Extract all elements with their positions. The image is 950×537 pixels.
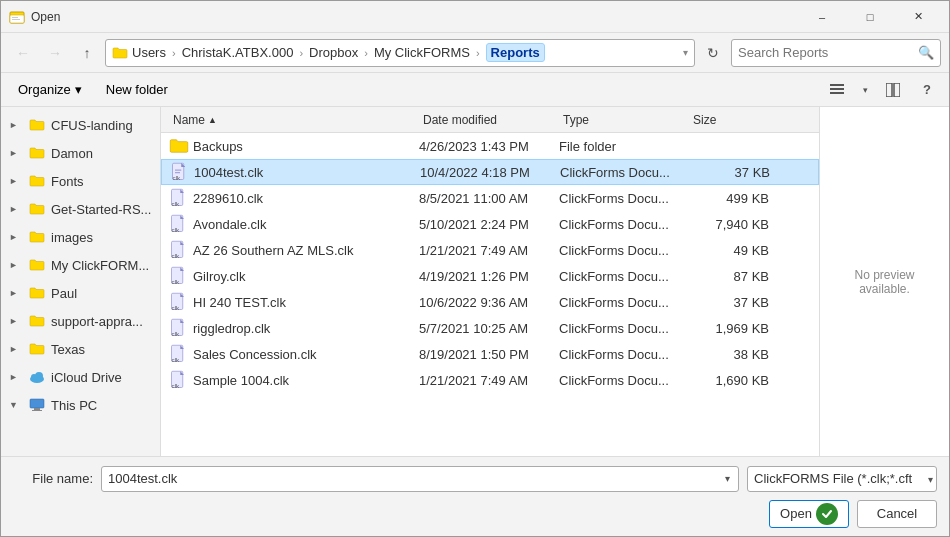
back-button[interactable]: ←	[9, 39, 37, 67]
svg-rect-4	[830, 84, 844, 86]
sidebar-item-texas[interactable]: ► Texas	[1, 335, 160, 363]
titlebar-title: Open	[31, 10, 799, 24]
organize-button[interactable]: Organize ▾	[9, 77, 91, 103]
svg-rect-2	[12, 17, 18, 18]
sidebar-item-damon[interactable]: ► Damon	[1, 139, 160, 167]
icloud-icon	[29, 369, 45, 385]
refresh-button[interactable]: ↻	[699, 39, 727, 67]
file-type: ClickForms Docu...	[559, 347, 689, 362]
clk-file-icon: clk	[170, 162, 190, 182]
sidebar-item-support-appra[interactable]: ► support-appra...	[1, 307, 160, 335]
column-header-name[interactable]: Name ▲	[169, 113, 419, 127]
sidebar-item-icloud-drive[interactable]: ► iCloud Drive	[1, 363, 160, 391]
file-date: 4/19/2021 1:26 PM	[419, 269, 559, 284]
breadcrumb-my-clickforms[interactable]: My ClickFORMS	[374, 45, 470, 60]
view-button[interactable]	[823, 77, 851, 103]
list-item[interactable]: clk 2289610.clk 8/5/2021 11:00 AM ClickF…	[161, 185, 819, 211]
folder-icon	[29, 285, 45, 301]
folder-icon	[112, 45, 128, 61]
open-button-label: Open	[780, 506, 812, 521]
list-item[interactable]: clk Sales Concession.clk 8/19/2021 1:50 …	[161, 341, 819, 367]
column-size-label: Size	[693, 113, 716, 127]
address-dropdown-icon[interactable]: ▾	[683, 47, 688, 58]
clk-file-icon: clk	[169, 292, 189, 312]
file-date: 5/7/2021 10:25 AM	[419, 321, 559, 336]
organize-toolbar: Organize ▾ New folder ▾ ?	[1, 73, 949, 107]
expand-icon: ►	[9, 372, 23, 382]
filetype-select[interactable]: ClickFORMS File (*.clk;*.cft;*.ba	[747, 466, 937, 492]
cancel-button[interactable]: Cancel	[857, 500, 937, 528]
file-type: ClickForms Docu...	[559, 269, 689, 284]
sidebar-item-get-started[interactable]: ► Get-Started-RS...	[1, 195, 160, 223]
sidebar-item-paul[interactable]: ► Paul	[1, 279, 160, 307]
expand-icon: ►	[9, 316, 23, 326]
sidebar-item-fonts[interactable]: ► Fonts	[1, 167, 160, 195]
buttons-row: Open Cancel	[13, 500, 937, 528]
filename-input[interactable]	[101, 466, 739, 492]
svg-rect-14	[32, 410, 42, 411]
folder-item-icon	[169, 136, 189, 156]
minimize-button[interactable]: –	[799, 1, 845, 33]
svg-rect-17	[175, 170, 181, 171]
preview-text: No preview available.	[830, 268, 939, 296]
search-input[interactable]	[738, 45, 914, 60]
column-header-size[interactable]: Size	[689, 113, 769, 127]
clk-file-icon: clk	[169, 240, 189, 260]
svg-text:clk: clk	[173, 174, 182, 181]
content-area: ► CFUS-landing ► Damon ► Fonts	[1, 107, 949, 456]
expand-icon: ►	[9, 148, 23, 158]
file-type: ClickForms Docu...	[559, 321, 689, 336]
list-item[interactable]: clk Avondale.clk 5/10/2021 2:24 PM Click…	[161, 211, 819, 237]
sidebar-item-my-clickforms[interactable]: ► My ClickFORM...	[1, 251, 160, 279]
breadcrumb-dropbox[interactable]: Dropbox	[309, 45, 358, 60]
sidebar-label: iCloud Drive	[51, 370, 122, 385]
column-header-date[interactable]: Date modified	[419, 113, 559, 127]
new-folder-label: New folder	[106, 82, 168, 97]
sidebar: ► CFUS-landing ► Damon ► Fonts	[1, 107, 161, 456]
list-item[interactable]: clk AZ 26 Southern AZ MLS.clk 1/21/2021 …	[161, 237, 819, 263]
svg-text:clk: clk	[172, 330, 181, 337]
new-folder-button[interactable]: New folder	[97, 77, 177, 103]
folder-icon	[29, 341, 45, 357]
breadcrumb-reports[interactable]: Reports	[486, 43, 545, 62]
sidebar-item-cfus-landing[interactable]: ► CFUS-landing	[1, 111, 160, 139]
svg-point-11	[35, 372, 43, 380]
list-item[interactable]: clk Gilroy.clk 4/19/2021 1:26 PM ClickFo…	[161, 263, 819, 289]
pc-icon	[29, 397, 45, 413]
breadcrumb-christa[interactable]: ChristaK.ATBX.000	[182, 45, 294, 60]
column-header-type[interactable]: Type	[559, 113, 689, 127]
folder-icon	[29, 201, 45, 217]
open-button[interactable]: Open	[769, 500, 849, 528]
file-date: 8/19/2021 1:50 PM	[419, 347, 559, 362]
breadcrumb-users[interactable]: Users	[132, 45, 166, 60]
list-item[interactable]: clk 1004test.clk 10/4/2022 4:18 PM Click…	[161, 159, 819, 185]
file-list-header: Name ▲ Date modified Type Size	[161, 107, 819, 133]
pane-button[interactable]	[879, 77, 907, 103]
expand-icon: ▼	[9, 400, 23, 410]
help-button[interactable]: ?	[913, 77, 941, 103]
close-button[interactable]: ✕	[895, 1, 941, 33]
file-date: 5/10/2021 2:24 PM	[419, 217, 559, 232]
address-bar[interactable]: Users › ChristaK.ATBX.000 › Dropbox › My…	[105, 39, 695, 67]
file-type: ClickForms Docu...	[559, 217, 689, 232]
list-item[interactable]: clk HI 240 TEST.clk 10/6/2022 9:36 AM Cl…	[161, 289, 819, 315]
svg-rect-5	[830, 88, 844, 90]
forward-button[interactable]: →	[41, 39, 69, 67]
sidebar-item-images[interactable]: ► images	[1, 223, 160, 251]
sidebar-item-this-pc[interactable]: ▼ This PC	[1, 391, 160, 419]
sidebar-label: My ClickFORM...	[51, 258, 149, 273]
list-item[interactable]: Backups 4/26/2023 1:43 PM File folder	[161, 133, 819, 159]
list-item[interactable]: clk Sample 1004.clk 1/21/2021 7:49 AM Cl…	[161, 367, 819, 393]
search-icon: 🔍	[918, 45, 934, 60]
sidebar-label: This PC	[51, 398, 97, 413]
column-name-label: Name	[173, 113, 205, 127]
list-item[interactable]: clk riggledrop.clk 5/7/2021 10:25 AM Cli…	[161, 315, 819, 341]
up-button[interactable]: ↑	[73, 39, 101, 67]
search-box[interactable]: 🔍	[731, 39, 941, 67]
view-chevron-icon[interactable]: ▾	[857, 77, 873, 103]
maximize-button[interactable]: □	[847, 1, 893, 33]
filename-row: File name: ▾ ClickFORMS File (*.clk;*.cf…	[13, 466, 937, 492]
filetype-wrapper: ClickFORMS File (*.clk;*.cft;*.ba ▾	[747, 466, 937, 492]
file-date: 10/4/2022 4:18 PM	[420, 165, 560, 180]
filename-dropdown-icon[interactable]: ▾	[717, 468, 737, 490]
